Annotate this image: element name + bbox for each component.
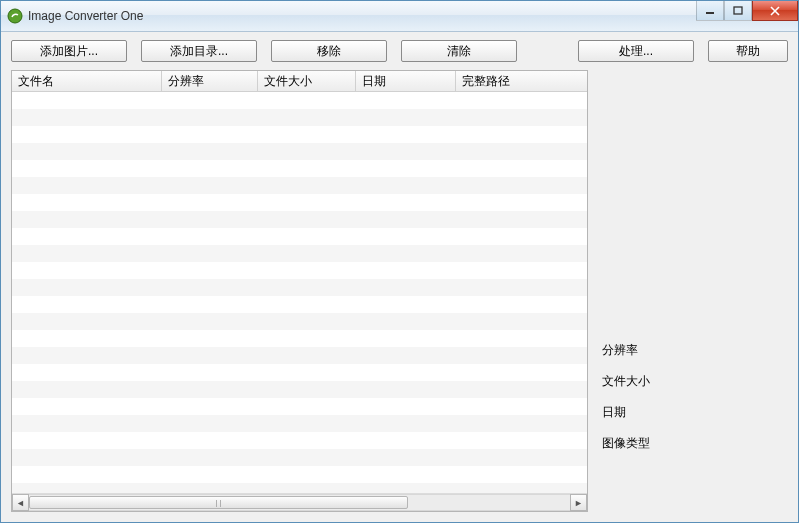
scroll-thumb[interactable] — [29, 496, 408, 509]
table-row[interactable] — [12, 296, 587, 313]
window-title: Image Converter One — [28, 9, 143, 23]
client-area: 添加图片... 添加目录... 移除 清除 处理... 帮助 文件名 分辨率 文… — [1, 32, 798, 522]
table-row[interactable] — [12, 211, 587, 228]
scroll-right-arrow-icon[interactable]: ► — [570, 494, 587, 511]
column-date[interactable]: 日期 — [356, 71, 456, 91]
info-filesize-label: 文件大小 — [602, 373, 780, 390]
remove-button[interactable]: 移除 — [271, 40, 387, 62]
minimize-icon — [705, 6, 715, 16]
main-split: 文件名 分辨率 文件大小 日期 完整路径 ◄ ► — [11, 70, 788, 512]
file-list[interactable]: 文件名 分辨率 文件大小 日期 完整路径 ◄ ► — [11, 70, 588, 512]
column-filename[interactable]: 文件名 — [12, 71, 162, 91]
titlebar[interactable]: Image Converter One — [1, 1, 798, 32]
table-row[interactable] — [12, 143, 587, 160]
list-rows — [12, 92, 587, 493]
column-headers: 文件名 分辨率 文件大小 日期 完整路径 — [12, 71, 587, 92]
horizontal-scrollbar[interactable]: ◄ ► — [12, 493, 587, 511]
add-image-button[interactable]: 添加图片... — [11, 40, 127, 62]
table-row[interactable] — [12, 364, 587, 381]
table-row[interactable] — [12, 228, 587, 245]
table-row[interactable] — [12, 483, 587, 493]
table-row[interactable] — [12, 449, 587, 466]
table-row[interactable] — [12, 330, 587, 347]
table-row[interactable] — [12, 92, 587, 109]
maximize-button[interactable] — [724, 1, 752, 21]
process-button[interactable]: 处理... — [578, 40, 694, 62]
table-row[interactable] — [12, 279, 587, 296]
table-row[interactable] — [12, 245, 587, 262]
table-row[interactable] — [12, 194, 587, 211]
table-row[interactable] — [12, 381, 587, 398]
table-row[interactable] — [12, 398, 587, 415]
svg-rect-1 — [706, 12, 714, 14]
table-row[interactable] — [12, 177, 587, 194]
scroll-track[interactable] — [29, 494, 570, 511]
close-icon — [769, 6, 781, 16]
column-filesize[interactable]: 文件大小 — [258, 71, 356, 91]
preview-area — [602, 78, 780, 328]
column-fullpath[interactable]: 完整路径 — [456, 71, 587, 91]
minimize-button[interactable] — [696, 1, 724, 21]
table-row[interactable] — [12, 262, 587, 279]
scroll-left-arrow-icon[interactable]: ◄ — [12, 494, 29, 511]
svg-rect-2 — [734, 7, 742, 14]
info-date-label: 日期 — [602, 404, 780, 421]
svg-point-0 — [8, 9, 22, 23]
app-icon — [7, 8, 23, 24]
close-button[interactable] — [752, 1, 798, 21]
table-row[interactable] — [12, 347, 587, 364]
list-body[interactable] — [12, 92, 587, 493]
table-row[interactable] — [12, 415, 587, 432]
help-button[interactable]: 帮助 — [708, 40, 788, 62]
window-controls — [696, 1, 798, 21]
table-row[interactable] — [12, 313, 587, 330]
column-resolution[interactable]: 分辨率 — [162, 71, 258, 91]
add-directory-button[interactable]: 添加目录... — [141, 40, 257, 62]
toolbar: 添加图片... 添加目录... 移除 清除 处理... 帮助 — [11, 40, 788, 62]
clear-button[interactable]: 清除 — [401, 40, 517, 62]
maximize-icon — [733, 6, 743, 16]
info-imagetype-label: 图像类型 — [602, 435, 780, 452]
table-row[interactable] — [12, 466, 587, 483]
table-row[interactable] — [12, 126, 587, 143]
app-window: Image Converter One 添加图片... 添加目录... 移除 清… — [0, 0, 799, 523]
table-row[interactable] — [12, 432, 587, 449]
info-labels: 分辨率 文件大小 日期 图像类型 — [602, 328, 780, 466]
info-resolution-label: 分辨率 — [602, 342, 780, 359]
side-panel: 分辨率 文件大小 日期 图像类型 — [588, 70, 788, 512]
table-row[interactable] — [12, 160, 587, 177]
table-row[interactable] — [12, 109, 587, 126]
